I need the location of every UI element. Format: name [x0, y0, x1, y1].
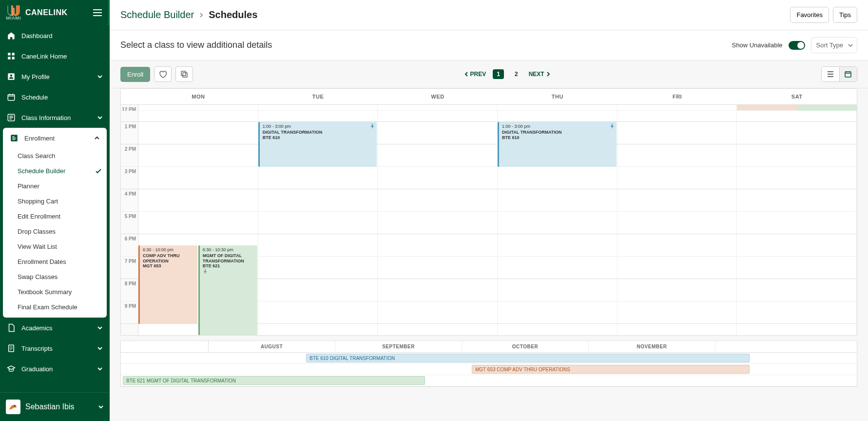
subnav-textbook-summary[interactable]: Textbook Summary — [3, 284, 107, 300]
breadcrumb-link[interactable]: Schedule Builder — [120, 9, 194, 20]
subnav-wait-list[interactable]: View Wait List — [3, 239, 107, 254]
calendar-view-button[interactable] — [839, 67, 857, 81]
event-title: DIGITAL TRANSFORMATION — [502, 130, 614, 135]
nav-canelink-home[interactable]: CaneLink Home — [0, 46, 110, 66]
subnav-planner[interactable]: Planner — [3, 179, 107, 194]
nav-transcripts[interactable]: Transcripts — [0, 338, 110, 359]
user-footer[interactable]: Sebastian Ibis — [0, 392, 110, 421]
event-code: BTE 610 — [502, 135, 614, 140]
event-mon-mgt653[interactable]: 6:30 - 10:00 pm COMP ADV THRU OPERATION … — [138, 245, 197, 324]
nav-dashboard[interactable]: Dashboard — [0, 25, 110, 46]
svg-rect-1 — [12, 53, 15, 55]
semester-timeline: AUGUST SEPTEMBER OCTOBER NOVEMBER BTE 61… — [120, 341, 857, 387]
copy-icon-button[interactable] — [175, 66, 193, 82]
tips-button[interactable]: Tips — [833, 7, 857, 23]
chevron-right-icon — [546, 72, 550, 77]
subnav-label: Schedule Builder — [18, 167, 65, 175]
svg-rect-0 — [8, 53, 10, 55]
grid-icon — [7, 52, 16, 60]
sidebar: MIAMI CANELINK Dashboard CaneLink Home M… — [0, 0, 110, 421]
subnav-final-exam[interactable]: Final Exam Schedule — [3, 300, 107, 315]
chevron-right-icon — [199, 13, 204, 18]
event-tue-bte610[interactable]: 1:00 - 3:00 pm DIGITAL TRANSFORMATION BT… — [258, 122, 377, 167]
nav-label: CaneLink Home — [21, 53, 67, 60]
subnav-swap-classes[interactable]: Swap Classes — [3, 269, 107, 284]
timeline-bar-bte621[interactable]: BTE 621 MGMT OF DIGITAL TRANSFORMATION — [123, 376, 425, 385]
subnav-shopping-cart[interactable]: Shopping Cart — [3, 194, 107, 209]
nav-label: Graduation — [21, 365, 53, 373]
enrollment-submenu: Class Search Schedule Builder Planner Sh… — [3, 148, 107, 318]
subnav-label: View Wait List — [18, 243, 57, 250]
favorites-button[interactable]: Favorites — [790, 7, 829, 23]
chevron-up-icon — [94, 135, 100, 141]
hour-label: 3 PM — [121, 167, 138, 189]
nav-schedule[interactable]: Schedule — [0, 87, 110, 107]
pin-icon — [370, 123, 375, 128]
subnav-label: Textbook Summary — [18, 288, 72, 296]
chevron-down-icon — [848, 43, 853, 48]
file-icon — [7, 344, 16, 353]
favorite-icon-button[interactable] — [154, 66, 172, 82]
day-header-tue: TUE — [258, 89, 378, 104]
event-code: MGT 653 — [143, 263, 194, 269]
nav: Dashboard CaneLink Home My Profile Sched… — [0, 25, 110, 392]
page-2[interactable]: 2 — [511, 69, 522, 79]
sub-header: Select a class to view additional detail… — [110, 30, 868, 60]
event-mon-bte621[interactable]: 6:30 - 10:30 pm MGMT OF DIGITAL TRANSFOR… — [198, 245, 257, 335]
day-header-sat: SAT — [737, 89, 857, 104]
heart-icon — [158, 70, 167, 79]
breadcrumb-current: Schedules — [209, 9, 257, 20]
select-value: Sort Type — [816, 41, 843, 49]
nav-enrollment[interactable]: Enrollment — [3, 128, 107, 148]
sat-block-green[interactable] — [797, 105, 857, 111]
next-button[interactable]: NEXT — [529, 71, 550, 78]
event-time: 1:00 - 3:00 pm — [502, 124, 614, 129]
nav-label: Dashboard — [21, 32, 53, 40]
subnav-label: Enrollment Dates — [18, 258, 66, 265]
subnav-edit-enrollment[interactable]: Edit Enrollment — [3, 209, 107, 224]
enroll-button[interactable]: Enroll — [120, 67, 150, 82]
subnav-enrollment-dates[interactable]: Enrollment Dates — [3, 254, 107, 269]
timeline-bar-bte610[interactable]: BTE 610 DIGITAL TRANSFORMATION — [306, 354, 750, 362]
ibis-icon — [7, 401, 19, 413]
hour-label: 1 PM — [121, 122, 138, 144]
cap-icon — [7, 364, 16, 373]
pin-icon — [203, 269, 254, 274]
subnav-schedule-builder[interactable]: Schedule Builder — [3, 163, 107, 179]
subnav-label: Final Exam Schedule — [18, 303, 77, 311]
subnav-drop-classes[interactable]: Drop Classes — [3, 224, 107, 239]
timeline-row: BTE 610 DIGITAL TRANSFORMATION — [121, 353, 857, 364]
subnav-label: Class Search — [18, 152, 55, 160]
list-view-button[interactable] — [822, 67, 839, 81]
svg-point-5 — [10, 75, 13, 77]
menu-toggle-icon[interactable] — [93, 9, 102, 16]
nav-label: My Profile — [21, 73, 50, 80]
nav-graduation[interactable]: Graduation — [0, 359, 110, 379]
prev-button[interactable]: PREV — [464, 71, 486, 78]
page-1[interactable]: 1 — [493, 69, 504, 79]
hour-label: 12 PM — [121, 105, 138, 110]
svg-rect-13 — [845, 72, 851, 77]
sort-type-select[interactable]: Sort Type — [811, 37, 857, 53]
hour-label: 6 PM — [121, 234, 138, 256]
subnav-label: Planner — [18, 182, 39, 190]
show-unavailable-toggle[interactable] — [789, 41, 805, 50]
nav-academics[interactable]: Academics — [0, 318, 110, 338]
hour-label: 8 PM — [121, 279, 138, 301]
subnav-label: Swap Classes — [18, 273, 58, 281]
event-title: DIGITAL TRANSFORMATION — [263, 130, 374, 135]
nav-my-profile[interactable]: My Profile — [0, 66, 110, 87]
user-name: Sebastian Ibis — [25, 402, 75, 411]
event-thu-bte610[interactable]: 1:00 - 3:00 pm DIGITAL TRANSFORMATION BT… — [498, 122, 617, 167]
subnav-label: Shopping Cart — [18, 198, 58, 205]
subnav-class-search[interactable]: Class Search — [3, 148, 107, 163]
nav-class-info[interactable]: Class Information — [0, 107, 110, 128]
calendar-body: 12 PM 1 PM 2 PM 3 PM 4 PM 5 PM 6 PM 7 PM… — [121, 105, 857, 335]
hour-label: 9 PM — [121, 301, 138, 323]
svg-rect-3 — [12, 57, 15, 60]
month-aug: AUGUST — [209, 341, 335, 352]
top-header: Schedule Builder Schedules Favorites Tip… — [110, 0, 868, 30]
main: Schedule Builder Schedules Favorites Tip… — [110, 0, 868, 421]
timeline-bar-mgt653[interactable]: MGT 653 COMP ADV THRU OPERATIONS — [472, 365, 750, 374]
hour-label: 5 PM — [121, 212, 138, 234]
